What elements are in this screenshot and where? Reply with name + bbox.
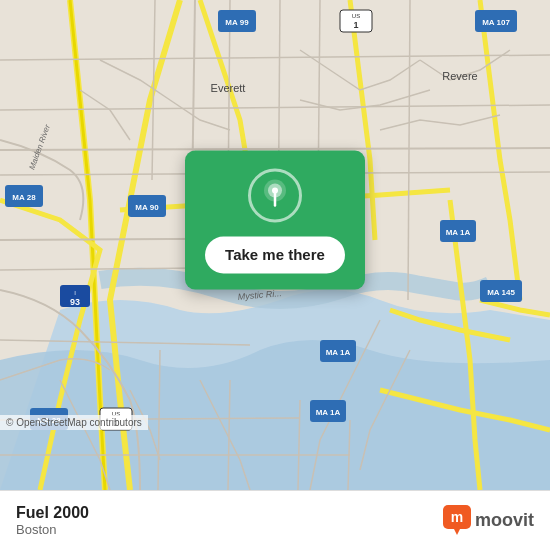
svg-text:MA 90: MA 90 bbox=[135, 203, 159, 212]
svg-text:1: 1 bbox=[353, 20, 358, 30]
svg-text:m: m bbox=[451, 509, 463, 525]
svg-text:MA 145: MA 145 bbox=[487, 288, 515, 297]
place-name: Fuel 2000 bbox=[16, 504, 89, 522]
location-icon-container bbox=[248, 168, 302, 222]
place-city: Boston bbox=[16, 522, 89, 537]
svg-text:US: US bbox=[352, 13, 360, 19]
copyright-notice: © OpenStreetMap contributors bbox=[0, 415, 148, 430]
map-view[interactable]: MA 28 MA 90 MA 99 US 1 MA 107 I 93 US 1 … bbox=[0, 0, 550, 490]
moovit-logo-text: moovit bbox=[475, 510, 534, 531]
bottom-info-bar: Fuel 2000 Boston m moovit bbox=[0, 490, 550, 550]
svg-text:Everett: Everett bbox=[211, 82, 246, 94]
svg-text:MA 1A: MA 1A bbox=[316, 408, 341, 417]
svg-text:MA 1A: MA 1A bbox=[446, 228, 471, 237]
svg-text:93: 93 bbox=[70, 297, 80, 307]
svg-text:Revere: Revere bbox=[442, 70, 477, 82]
svg-marker-57 bbox=[453, 527, 461, 535]
svg-text:MA 1A: MA 1A bbox=[326, 348, 351, 357]
take-me-there-button[interactable]: Take me there bbox=[205, 236, 345, 273]
svg-text:MA 99: MA 99 bbox=[225, 18, 249, 27]
moovit-logo: m moovit bbox=[443, 505, 534, 537]
svg-text:MA 28: MA 28 bbox=[12, 193, 36, 202]
svg-text:MA 107: MA 107 bbox=[482, 18, 510, 27]
moovit-logo-icon: m bbox=[443, 505, 471, 537]
location-popup: Take me there bbox=[185, 150, 365, 289]
place-info: Fuel 2000 Boston bbox=[16, 504, 89, 537]
pin-icon bbox=[260, 177, 290, 213]
